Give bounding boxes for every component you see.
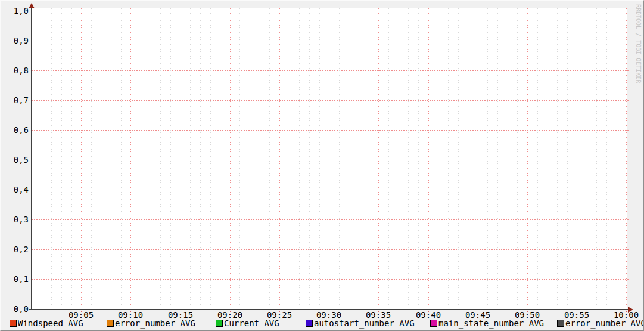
x-tick-label: 09:15	[160, 311, 201, 319]
x-tick-label: 09:45	[457, 311, 499, 319]
gridline-major-vertical	[279, 8, 280, 309]
gridline-minor-vertical	[547, 8, 547, 309]
gridline-major-vertical	[577, 8, 577, 309]
gridline-minor-vertical	[141, 8, 141, 309]
y-tick-label: 0,2	[1, 245, 29, 253]
legend-label: main_state_number AVG	[438, 319, 544, 328]
y-tick-label: 0,9	[1, 36, 29, 45]
gridline-minor-vertical	[309, 8, 310, 309]
gridline-minor-vertical	[111, 8, 111, 309]
y-tick-label: 0,6	[1, 126, 29, 134]
gridline-minor-vertical	[121, 8, 122, 309]
gridline-minor-vertical	[596, 8, 597, 309]
gridline-major-vertical	[329, 8, 329, 309]
gridline-minor-vertical	[71, 8, 72, 309]
gridline-minor-vertical	[369, 8, 369, 309]
x-tick-label: 09:25	[259, 311, 300, 319]
x-tick-label: 09:40	[407, 311, 449, 319]
gridline-minor-vertical	[269, 8, 270, 309]
y-tick-label: 0,4	[1, 185, 29, 194]
legend-label: error_number AVG	[565, 319, 644, 328]
gridline-major-vertical	[130, 8, 131, 309]
gridline-minor-vertical	[151, 8, 151, 309]
y-tick-label: 0,0	[1, 305, 29, 313]
gridline-minor-vertical	[299, 8, 300, 309]
gridline-minor-vertical	[200, 8, 201, 309]
gridline-minor-vertical	[606, 8, 607, 309]
gridline-minor-vertical	[438, 8, 438, 309]
legend-swatch-icon	[306, 320, 313, 327]
gridline-minor-vertical	[557, 8, 558, 309]
y-tick-label: 0,5	[1, 156, 29, 164]
gridline-minor-vertical	[250, 8, 250, 309]
gridline-minor-vertical	[468, 8, 468, 309]
legend-swatch-icon	[557, 320, 564, 327]
gridline-minor-vertical	[91, 8, 92, 309]
legend-label: Windspeed AVG	[18, 319, 83, 328]
gridline-major-vertical	[527, 8, 528, 309]
gridline-major-vertical	[230, 8, 231, 309]
legend-swatch-icon	[216, 320, 223, 327]
gridline-minor-vertical	[537, 8, 538, 309]
legend-swatch-icon	[430, 320, 437, 327]
x-tick-label: 10:00	[605, 311, 644, 319]
gridline-minor-vertical	[210, 8, 211, 309]
gridline-minor-vertical	[101, 8, 101, 309]
y-tick-label: 0,7	[1, 96, 29, 104]
gridline-major-vertical	[478, 8, 478, 309]
gridline-major-vertical	[378, 8, 379, 309]
rrdtool-graph: 1,00,90,80,70,60,50,40,30,20,10,0 09:050…	[0, 0, 644, 331]
gridline-minor-vertical	[408, 8, 409, 309]
gridline-minor-vertical	[359, 8, 359, 309]
gridline-minor-vertical	[388, 8, 389, 309]
x-tick-label: 09:50	[506, 311, 548, 319]
gridline-minor-vertical	[349, 8, 349, 309]
legend-label: Current AVG	[224, 319, 279, 328]
gridline-minor-vertical	[319, 8, 320, 309]
gridline-major-vertical	[626, 8, 627, 309]
gridline-minor-vertical	[260, 8, 260, 309]
legend-label: error_number AVG	[115, 319, 195, 328]
x-tick-label: 09:20	[209, 311, 251, 319]
y-axis-line	[31, 7, 32, 310]
gridline-minor-vertical	[517, 8, 518, 309]
gridline-minor-vertical	[170, 8, 171, 309]
x-tick-label: 09:55	[556, 311, 598, 319]
y-tick-label: 0,1	[1, 275, 29, 283]
y-axis-arrow-icon	[29, 3, 35, 8]
x-tick-label: 09:30	[308, 311, 350, 319]
gridline-minor-vertical	[61, 8, 62, 309]
x-tick-label: 09:35	[357, 311, 399, 319]
gridline-minor-vertical	[239, 8, 240, 309]
gridline-minor-vertical	[587, 8, 587, 309]
gridline-minor-vertical	[567, 8, 568, 309]
y-tick-label: 0,3	[1, 215, 29, 224]
gridline-minor-vertical	[399, 8, 399, 309]
gridline-minor-vertical	[339, 8, 340, 309]
gridline-minor-vertical	[617, 8, 617, 309]
gridline-major-vertical	[81, 8, 82, 309]
gridline-major-vertical	[428, 8, 429, 309]
gridline-minor-vertical	[458, 8, 459, 309]
gridline-minor-vertical	[51, 8, 52, 309]
legend-swatch-icon	[107, 320, 114, 327]
x-axis-line	[29, 309, 629, 310]
gridline-minor-vertical	[42, 8, 42, 309]
x-tick-label: 09:10	[110, 311, 151, 319]
gridline-minor-vertical	[160, 8, 161, 309]
y-tick-label: 0,8	[1, 66, 29, 75]
gridline-minor-vertical	[448, 8, 449, 309]
y-tick-label: 1,0	[1, 7, 29, 15]
gridline-minor-vertical	[220, 8, 220, 309]
x-tick-label: 09:05	[60, 311, 102, 319]
watermark: RRDTOOL / TOBI OETIKER	[635, 4, 641, 83]
gridline-minor-vertical	[497, 8, 498, 309]
gridline-minor-vertical	[190, 8, 191, 309]
gridline-minor-vertical	[487, 8, 488, 309]
gridline-minor-vertical	[290, 8, 290, 309]
gridline-minor-vertical	[508, 8, 508, 309]
gridline-major-vertical	[181, 8, 181, 309]
legend-swatch-icon	[10, 320, 17, 327]
legend-label: autostart_number AVG	[314, 319, 415, 328]
gridline-minor-vertical	[418, 8, 419, 309]
